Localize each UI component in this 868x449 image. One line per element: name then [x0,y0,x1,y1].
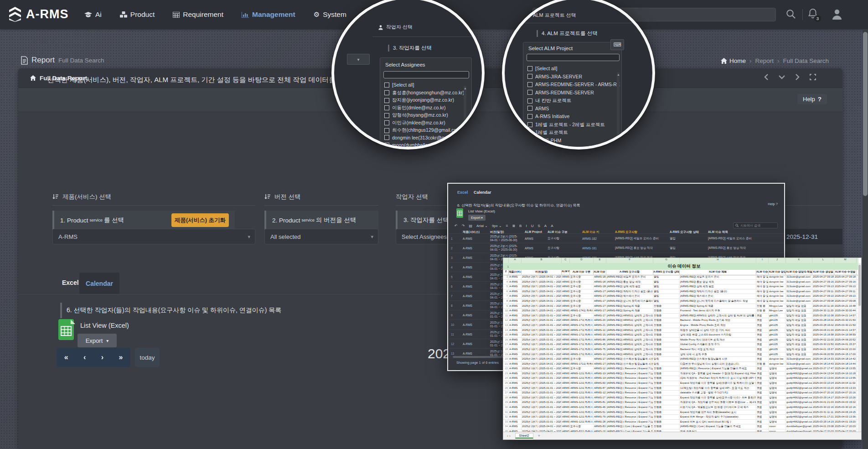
checkbox-icon[interactable] [527,98,532,103]
tab-excel[interactable]: Excel [62,279,79,286]
alm-filter-input[interactable] [527,54,620,61]
col-letter[interactable]: C [562,258,570,263]
first-page-button[interactable]: « [62,353,71,361]
table-row[interactable]: 2A-RMS2025년 2분기 (2025-04-01 ~ 2025-06-30… [449,243,784,253]
col-letter[interactable]: H [680,258,756,263]
checkbox-icon[interactable] [384,98,389,103]
win-sheet-search[interactable]: 시트에서 검색 [733,222,778,228]
win-export-button[interactable]: Export ▾ [468,215,486,221]
sheet-column-header[interactable]: ALM Proje [562,270,570,275]
checkbox-icon[interactable] [527,106,532,111]
alm-option[interactable]: A-RMS Initiative [527,114,569,119]
checkbox-icon[interactable] [527,74,532,79]
toolbar-button[interactable]: ≡ [506,224,508,228]
sheet-row[interactable]: 27A-RMS2025년 1분기 (2025-01-01 ~ 2025-03-3… [503,391,858,396]
toolbar-button[interactable]: ↷ [462,224,465,228]
breadcrumb-report[interactable]: Report [755,57,774,64]
alm-option[interactable]: 내 칸반 프로젝트 [527,98,571,104]
assignee-option[interactable]: [Select all] [384,82,414,88]
sheet-row[interactable]: 26A-RMS2025년 1분기 (2025-01-01 ~ 2025-03-3… [503,386,858,391]
alm-option[interactable]: ARMS-JIRA-SERVER [527,74,582,79]
user-avatar-icon[interactable] [832,8,842,20]
sheet-column-header[interactable]: ALM 이슈 상태 [756,270,769,275]
table-row[interactable]: 1A-RMS2025년 2분기 (2025-04-01 ~ 2025-06-30… [449,234,784,243]
assignee-option[interactable]: 양형석(hsyang@mz.co.kr) [384,112,448,119]
sheet-row[interactable]: 11A-RMS2025년 1분기 (2025-01-01 ~ 2025-03-3… [503,314,858,319]
sheet-column-header[interactable]: 제품(서비스) [509,270,522,275]
alm-option[interactable]: ARMS [527,106,549,111]
sheet-row[interactable]: 31A-RMS2025년 1분기 (2025-01-01 ~ 2025-03-3… [503,410,858,415]
tab-calendar[interactable]: Calendar [79,273,119,294]
sheet-row[interactable]: 6A-RMS2025년 2분기 (2025-04-01 ~ 2025-06-30… [503,289,858,294]
sheet-column-header[interactable]: ALM 이슈 수정일 [834,270,857,275]
sheet-column-header[interactable]: ALM 이슈 구분 [570,270,594,275]
column-header[interactable]: 버전(일정) [488,230,523,233]
sheet-column-header[interactable]: A-RMS 요구사항 [606,270,653,275]
toolbar-button[interactable]: S [537,224,540,228]
alm-option[interactable]: ARMS-REDMINE-SERVER [527,90,594,95]
checkbox-icon[interactable] [384,120,389,125]
product-dropdown[interactable]: A-RMS▾ [52,229,255,244]
assignee-option[interactable]: 이민규(mklee@mz.co.kr) [384,120,445,126]
app-logo[interactable]: A-RMS [8,6,69,22]
col-letter[interactable]: F [606,258,653,263]
sheet-row[interactable]: 20A-RMS2025년 2분기 (2025-04-01 ~ 2025-06-3… [503,357,858,362]
col-letter[interactable]: L [812,258,834,263]
sheet-column-header[interactable]: ALM 이슈 담당자 [769,270,786,275]
sheet-row[interactable]: 24A-RMS2025년 1분기 (2025-01-01 ~ 2025-03-3… [503,376,858,381]
col-letter[interactable]: D [570,258,594,263]
win-help-button[interactable]: Help ? [768,202,778,206]
menu-item-management[interactable]: Management [242,10,295,19]
sheet-row[interactable]: 5A-RMS2025년 2분기 (2025-04-01 ~ 2025-06-30… [503,284,858,289]
checkbox-icon[interactable] [384,135,389,140]
sheet-row[interactable]: 30A-RMS2025년 1분기 (2025-01-01 ~ 2025-03-3… [503,405,858,410]
checkbox-icon[interactable] [527,90,532,95]
sheet-row[interactable]: 17A-RMS2025년 1분기 (2025-01-01 ~ 2025-03-3… [503,342,858,347]
win-tab-calendar[interactable]: Calendar [474,190,491,195]
col-letter[interactable]: G [653,258,680,263]
sheet-column-header[interactable]: 2 [503,270,509,275]
assignee-option[interactable]: 이동민(dmlee@mz.co.kr) [384,105,445,111]
toolbar-button[interactable]: A [544,224,547,228]
sheet-row[interactable]: 32A-RMS2025년 1분기 (2025-01-01 ~ 2025-03-3… [503,415,858,420]
last-page-button[interactable]: » [116,353,125,361]
col-letter[interactable]: B [522,258,562,263]
alm-option[interactable]: 1레벨 프로젝트 [527,129,568,136]
alm-option[interactable]: ARMS-REDMINE-SERVER - ARMS-RE [527,82,620,87]
chevron-right-icon[interactable] [795,74,800,80]
column-header[interactable]: ALM Project [523,230,546,233]
prev-button[interactable]: ‹ [81,353,88,361]
column-header[interactable]: ALM 이슈 키 [580,230,613,233]
sheet-row[interactable]: 3A-RMS2025년 2분기 (2025-04-01 ~ 2025-06-30… [503,275,858,280]
sheet-column-header[interactable]: ALM 이슈 생성일 [812,270,834,275]
sheet-row[interactable]: 8A-RMS2025년 2분기 (2025-04-01 ~ 2025-06-30… [503,299,858,304]
column-header[interactable]: 제품(서비스) [461,230,488,233]
product-reset-button[interactable]: 제품(서비스) 초기화 [171,213,229,227]
sheet-row[interactable]: 21A-RMS2025년 2분기 (2025-04-01 ~ 2025-06-3… [503,362,858,367]
checkbox-icon[interactable] [384,113,389,118]
sheet-row[interactable]: 13A-RMS2025년 1분기 (2025-01-01 ~ 2025-03-3… [503,323,858,328]
sheet-nav-arrows[interactable]: ‹ › [507,434,511,438]
chevron-down-icon[interactable] [779,75,785,79]
sheet-row[interactable]: 10A-RMS2025년 2분기 (2025-04-01 ~ 2025-06-3… [503,309,858,314]
checkbox-icon[interactable] [527,122,532,127]
assignee-option[interactable]: 최수현(chltngus129@gmail.com) [384,127,462,134]
menu-item-system[interactable]: ⚙ System [314,10,346,19]
sheet-row[interactable]: 7A-RMS2025년 2분기 (2025-04-01 ~ 2025-06-30… [503,294,858,299]
checkbox-icon[interactable] [527,114,532,119]
column-header[interactable]: ALM 이슈 제목 [706,230,784,233]
col-letter[interactable]: A [509,258,522,263]
sheet-tab[interactable]: Sheet2 [515,433,533,439]
col-letter[interactable]: K [786,258,812,263]
column-header[interactable]: ALM 이슈 구분 [546,230,580,233]
assignee-option[interactable]: 홍성훈(hongseonghun@mz.co.kr) [384,90,464,96]
sheet-row[interactable]: 14A-RMS2025년 1분기 (2025-01-01 ~ 2025-03-3… [503,328,858,333]
help-button-top[interactable]: Help? [797,94,827,104]
toolbar-button[interactable]: A [551,224,553,228]
next-button[interactable]: › [98,353,106,361]
sheet-row[interactable]: 28A-RMS2025년 1분기 (2025-01-01 ~ 2025-03-3… [503,396,858,401]
toolbar-button[interactable]: ↶ [455,224,458,228]
sheet-row[interactable]: 12A-RMS2025년 1분기 (2025-01-01 ~ 2025-03-3… [503,318,858,323]
col-letter[interactable]: J [769,258,786,263]
sheet-column-header[interactable]: 버전(일정) [522,270,562,275]
